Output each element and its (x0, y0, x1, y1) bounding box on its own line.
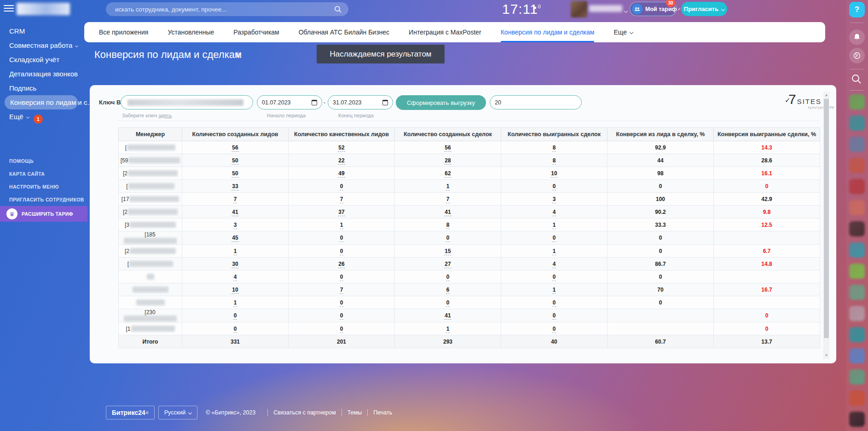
footer-link[interactable]: Темы (347, 409, 362, 416)
metric-link[interactable]: 26 (338, 261, 345, 268)
search-input[interactable] (106, 2, 348, 16)
metric-link[interactable]: 8 (446, 222, 450, 229)
metric-link[interactable]: 0 (340, 235, 344, 242)
pinned-app-icon-blurred[interactable] (849, 158, 865, 173)
metric-link[interactable]: 41 (231, 209, 238, 216)
user-avatar[interactable] (571, 1, 587, 17)
sidebar-item[interactable]: Детализация звонков (0, 67, 84, 81)
metric-link[interactable]: 0 (340, 326, 344, 333)
favorite-star-icon[interactable]: ★ (234, 49, 242, 60)
bitrix24-brand-button[interactable]: Битрикс24© (106, 406, 155, 420)
metric-link[interactable]: 41 (444, 312, 451, 320)
pinned-app-icon-blurred[interactable] (849, 306, 865, 321)
rail-search-icon[interactable] (851, 74, 862, 85)
metric-link[interactable]: 1 (552, 287, 556, 294)
metric-link[interactable]: 0 (233, 312, 237, 320)
pinned-app-icon-blurred[interactable] (849, 264, 865, 279)
metric-link[interactable]: 30 (231, 261, 238, 268)
metric-link[interactable]: 7 (446, 196, 450, 203)
sidebar-item[interactable]: Конверсия по лидам и с... (5, 95, 78, 109)
pinned-app-icon-blurred[interactable] (849, 391, 865, 406)
expand-tariff-button[interactable]: ♛ РАСШИРИТЬ ТАРИФ (0, 206, 87, 222)
sidebar-footer-item[interactable]: КАРТА САЙТА (0, 167, 84, 180)
pinned-app-icon-blurred[interactable] (849, 221, 865, 236)
pinned-app-icon-blurred[interactable] (849, 285, 865, 300)
metric-link[interactable]: 0 (552, 299, 556, 307)
metric-link[interactable]: 0 (233, 326, 237, 333)
metric-link[interactable]: 0 (552, 183, 556, 190)
tab[interactable]: Облачная АТС Билайн Бизнес (299, 22, 389, 42)
metric-link[interactable]: 0 (446, 274, 450, 281)
calendar-icon[interactable] (312, 100, 317, 105)
sidebar-item[interactable]: Складской учёт (0, 52, 84, 67)
metric-link[interactable]: 1 (552, 222, 556, 229)
metric-link[interactable]: 41 (444, 209, 451, 216)
table-scrollbar[interactable]: ▲ ▼ (823, 92, 829, 359)
metric-link[interactable]: 4 (552, 261, 556, 268)
metric-link[interactable]: 27 (444, 261, 451, 268)
metric-link[interactable]: 7 (233, 196, 237, 203)
metric-link[interactable]: 0 (340, 274, 344, 281)
scrollbar-thumb[interactable] (824, 99, 829, 338)
footer-link[interactable]: Печать (373, 409, 392, 416)
tab[interactable]: Интеграция с MaxPoster (409, 22, 481, 42)
metric-link[interactable]: 56 (231, 144, 238, 152)
planner-flag[interactable]: ⚑0 (532, 4, 541, 11)
metric-link[interactable]: 0 (552, 326, 556, 333)
search-icon[interactable] (334, 6, 341, 13)
metric-link[interactable]: 1 (446, 326, 450, 333)
bi-key-input[interactable] (121, 95, 253, 109)
metric-link[interactable]: 50 (231, 170, 238, 178)
metric-link[interactable]: 8 (552, 157, 556, 165)
tab[interactable]: Разработчикам (233, 22, 279, 42)
language-selector[interactable]: Русский (158, 406, 197, 420)
tab[interactable]: Конверсия по лидам и сделкам (501, 22, 595, 42)
metric-link[interactable]: 22 (338, 157, 345, 165)
metric-link[interactable]: 4 (552, 209, 556, 216)
user-menu-caret[interactable] (625, 7, 627, 15)
metric-link[interactable]: 3 (233, 222, 237, 229)
metric-link[interactable]: 28 (444, 157, 451, 165)
metric-link[interactable]: 1 (233, 248, 237, 255)
metric-link[interactable]: 15 (444, 248, 451, 255)
sidebar-footer-item[interactable]: НАСТРОИТЬ МЕНЮ (0, 180, 84, 193)
metric-link[interactable]: 10 (231, 287, 238, 294)
metric-link[interactable]: 37 (338, 209, 345, 216)
tab[interactable]: Еще (613, 22, 633, 42)
pinned-app-icon-blurred[interactable] (849, 412, 865, 427)
pinned-app-icon-blurred[interactable] (849, 115, 865, 131)
pinned-app-icon-blurred[interactable] (849, 348, 865, 363)
metric-link[interactable]: 1 (233, 299, 237, 307)
sidebar-footer-item[interactable]: ПРИГЛАСИТЬ СОТРУДНИКОВ (0, 193, 84, 206)
metric-link[interactable]: 0 (552, 274, 556, 281)
sidebar-footer-item[interactable]: ПОМОЩЬ (0, 155, 84, 167)
tab[interactable]: Установленные (168, 22, 214, 42)
metric-link[interactable]: 33 (231, 183, 238, 190)
key-here-link[interactable]: здесь (159, 113, 172, 118)
metric-link[interactable]: 0 (340, 312, 344, 320)
metric-link[interactable]: 7 (340, 196, 344, 203)
metric-link[interactable]: 1 (446, 183, 450, 190)
date-to-input[interactable]: 31.07.2023 (328, 95, 393, 109)
metric-link[interactable]: 1 (552, 248, 556, 255)
limit-input[interactable]: 20 (490, 95, 582, 109)
metric-link[interactable]: 62 (444, 170, 451, 178)
metric-link[interactable]: 8 (552, 144, 556, 152)
metric-link[interactable]: 0 (446, 235, 450, 242)
pinned-app-icon-blurred[interactable] (849, 327, 865, 342)
metric-link[interactable]: 0 (552, 312, 556, 320)
metric-link[interactable]: 49 (338, 170, 345, 178)
sidebar-item[interactable]: Совместная работа (0, 38, 84, 52)
metric-link[interactable]: 10 (550, 170, 557, 178)
metric-link[interactable]: 0 (340, 299, 344, 307)
metric-link[interactable]: 45 (231, 235, 238, 242)
metric-link[interactable]: 1 (340, 222, 344, 229)
pinned-app-icon-blurred[interactable] (849, 242, 865, 258)
sidebar-item[interactable]: CRM (0, 24, 84, 38)
invite-button[interactable]: Пригласить (681, 2, 727, 16)
metric-link[interactable]: 50 (231, 157, 238, 165)
metric-link[interactable]: 6 (446, 287, 450, 294)
metric-link[interactable]: 7 (340, 287, 344, 294)
metric-link[interactable]: 0 (340, 183, 344, 190)
sidebar-item[interactable]: Ещё1 (0, 109, 84, 127)
